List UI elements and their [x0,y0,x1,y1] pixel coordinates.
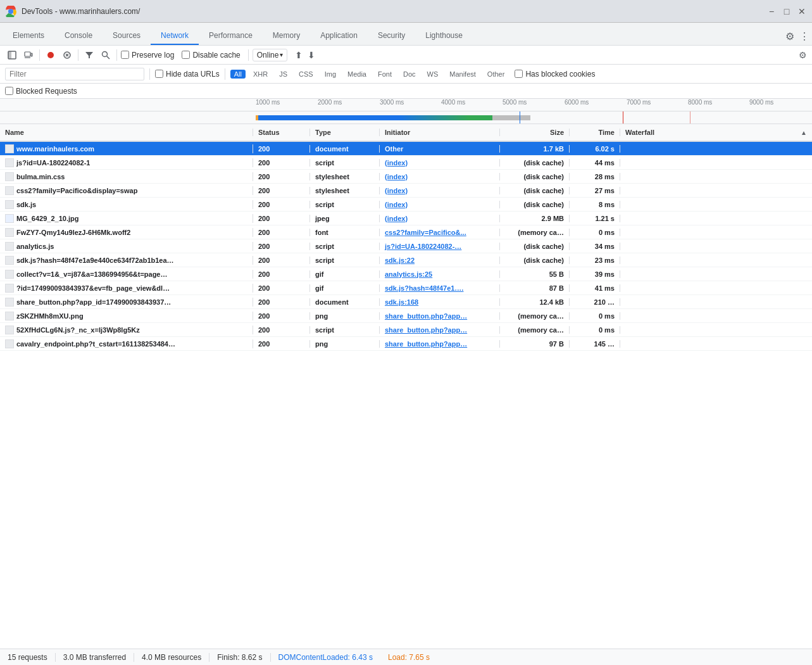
col-header-status[interactable]: Status [253,129,310,136]
table-row[interactable]: www.marinhaulers.com200documentOther1.7 … [0,142,812,156]
table-row[interactable]: css2?family=Pacifico&display=swap200styl… [0,184,812,198]
col-header-type[interactable]: Type [310,129,380,136]
ov-bar-gray [492,115,530,120]
filter-img[interactable]: Img [321,70,340,79]
table-row[interactable]: ?id=174990093843937&ev=fb_page_view&dl…2… [0,281,812,295]
col-header-size[interactable]: Size [500,129,570,136]
cell-type: stylesheet [310,173,380,180]
table-row[interactable]: zSKZHMh8mXU.png200pngshare_button.php?ap… [0,309,812,323]
window-title: DevTools - www.marinhaulers.com/ [22,7,761,16]
dock-button[interactable] [5,48,19,62]
filter-font[interactable]: Font [374,70,396,79]
tab-performance[interactable]: Performance [199,27,263,45]
col-header-name[interactable]: Name [0,129,253,136]
filter-css[interactable]: CSS [295,70,317,79]
initiator-link[interactable]: sdk.js:168 [385,298,418,306]
initiator-link[interactable]: (index) [385,159,408,167]
filter-media[interactable]: Media [344,70,370,79]
initiator-link[interactable]: sdk.js:22 [385,256,415,264]
cell-status: 200 [253,215,310,222]
table-row[interactable]: cavalry_endpoint.php?t_cstart=1611382534… [0,337,812,351]
initiator-link[interactable]: js?id=UA-180224082-… [385,243,461,250]
cell-type: script [310,256,380,264]
disable-cache-checkbox[interactable] [182,51,190,59]
table-row[interactable]: sdk.js200script(index)(disk cache)8 ms [0,198,812,212]
file-icon [5,326,14,334]
disable-cache-label[interactable]: Disable cache [182,51,240,60]
cell-initiator: css2?family=Pacifico&... [380,229,500,236]
initiator-link[interactable]: (index) [385,173,408,180]
hide-data-urls-checkbox[interactable] [155,70,163,78]
table-row[interactable]: sdk.js?hash=48f47e1a9e440ce634f72ab1b1ea… [0,253,812,267]
more-icon[interactable]: ⋮ [799,30,809,42]
initiator-link[interactable]: analytics.js:25 [385,270,432,278]
initiator-link[interactable]: share_button.php?app… [385,340,467,348]
table-row[interactable]: MG_6429_2_10.jpg200jpeg(index)2.9 MB1.21… [0,212,812,225]
device-icon[interactable] [22,48,35,62]
table-row[interactable]: FwZY7-Qmy14u9lezJ-6H6Mk.woff2200fontcss2… [0,225,812,239]
tab-network[interactable]: Network [151,27,199,45]
tab-sources[interactable]: Sources [103,27,151,45]
initiator-link[interactable]: (index) [385,215,408,222]
record-button[interactable] [44,48,58,62]
initiator-link[interactable]: share_button.php?app… [385,326,467,334]
hide-data-urls-label[interactable]: Hide data URLs [155,70,220,79]
blocked-cookies-checkbox[interactable] [515,70,523,78]
blocked-requests-label[interactable]: Blocked Requests [5,87,77,96]
minimize-button[interactable]: − [766,6,777,16]
filter-manifest[interactable]: Manifest [446,70,480,79]
filter-js[interactable]: JS [275,70,291,79]
stop-button[interactable] [60,48,74,62]
blocked-requests-checkbox[interactable] [5,87,13,95]
table-row[interactable]: collect?v=1&_v=j87&a=1386994956&t=page…2… [0,267,812,281]
has-blocked-cookies[interactable]: Has blocked cookies [515,70,595,79]
divider3 [116,49,117,61]
tab-lighthouse[interactable]: Lighthouse [415,27,473,45]
cell-time: 39 ms [570,270,620,278]
filter-divider2 [225,68,225,80]
network-settings-icon[interactable]: ⚙ [799,50,807,60]
tab-security[interactable]: Security [368,27,415,45]
col-header-waterfall[interactable]: Waterfall ▲ [620,129,812,136]
tab-memory[interactable]: Memory [263,27,310,45]
tab-application[interactable]: Application [310,27,368,45]
filter-input[interactable] [5,68,144,80]
network-table: Name Status Type Initiator Size Time Wat… [0,124,812,649]
table-row[interactable]: share_button.php?app_id=174990093843937…… [0,295,812,309]
cell-type: document [310,298,380,306]
tab-console[interactable]: Console [54,27,103,45]
initiator-link[interactable]: css2?family=Pacifico&... [385,229,466,236]
filter-other[interactable]: Other [484,70,509,79]
close-button[interactable]: ✕ [797,6,807,16]
preserve-log-checkbox[interactable] [121,51,129,59]
preserve-log-label[interactable]: Preserve log [121,51,174,60]
table-row[interactable]: 52XfHdCLg6N.js?_nc_x=Ij3Wp8lg5Kz200scrip… [0,323,812,337]
initiator-link[interactable]: sdk.js?hash=48f47e1…. [385,284,463,292]
filter-xhr[interactable]: XHR [249,70,272,79]
table-row[interactable]: bulma.min.css200stylesheet(index)(disk c… [0,170,812,184]
upload-icon[interactable]: ⬆ [295,50,303,60]
filter-button[interactable] [82,48,96,62]
cell-type: font [310,229,380,236]
throttle-select[interactable]: Online ▾ [253,49,288,61]
download-icon[interactable]: ⬇ [308,50,315,60]
table-row[interactable]: js?id=UA-180224082-1200script(index)(dis… [0,156,812,170]
filter-all[interactable]: All [230,70,246,79]
restore-button[interactable]: □ [782,6,792,16]
tab-elements[interactable]: Elements [3,27,54,45]
col-header-time[interactable]: Time [570,129,620,136]
settings-icon[interactable]: ⚙ [785,30,794,42]
initiator-link[interactable]: (index) [385,201,408,208]
file-name: FwZY7-Qmy14u9lezJ-6H6Mk.woff2 [16,229,130,236]
table-row[interactable]: analytics.js200scriptjs?id=UA-180224082-… [0,239,812,253]
cell-size: (memory ca… [500,326,570,334]
cell-type: script [310,159,380,167]
preserve-log-text: Preserve log [132,51,174,60]
col-header-initiator[interactable]: Initiator [380,129,500,136]
initiator-link[interactable]: share_button.php?app… [385,312,467,320]
search-button[interactable] [99,48,113,62]
filter-doc[interactable]: Doc [399,70,420,79]
filter-ws[interactable]: WS [423,70,442,79]
cell-name: analytics.js [0,242,253,251]
initiator-link[interactable]: (index) [385,187,408,194]
